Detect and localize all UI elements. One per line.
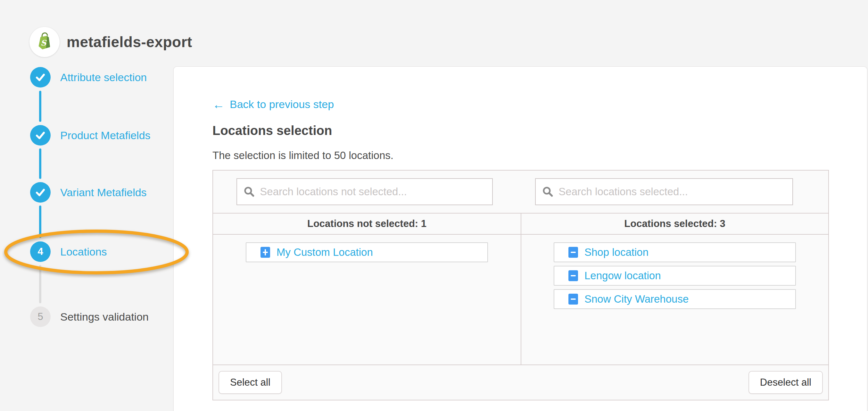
check-icon bbox=[35, 129, 46, 141]
search-selected-input[interactable] bbox=[558, 185, 786, 198]
search-not-selected-box[interactable] bbox=[237, 178, 493, 205]
step-label: Attribute selection bbox=[60, 71, 147, 84]
step-label: Product Metafields bbox=[60, 129, 151, 142]
plus-icon[interactable] bbox=[260, 247, 270, 258]
location-label: Shop location bbox=[584, 246, 649, 258]
shopify-bag-icon: S bbox=[34, 31, 55, 53]
app-screen: S metafields-export Attribute selection … bbox=[0, 0, 868, 411]
shopify-logo: S bbox=[29, 27, 60, 57]
step-2-circle[interactable] bbox=[30, 125, 51, 146]
step-connector-1-2 bbox=[39, 91, 41, 122]
search-row bbox=[213, 171, 828, 213]
back-arrow-icon: ← bbox=[212, 99, 225, 110]
search-icon bbox=[244, 186, 255, 198]
step-connector-3-4 bbox=[39, 206, 41, 238]
not-selected-list: My Custom Location bbox=[213, 235, 521, 364]
step-label: Variant Metafields bbox=[60, 186, 147, 199]
location-label: My Custom Location bbox=[277, 246, 373, 258]
minus-icon[interactable] bbox=[568, 294, 578, 304]
back-link[interactable]: ← Back to previous step bbox=[212, 98, 334, 111]
step-3-circle[interactable] bbox=[30, 182, 51, 203]
step-connector-4-5 bbox=[39, 265, 41, 303]
step-4-circle[interactable]: 4 bbox=[30, 241, 51, 262]
not-selected-header: Locations not selected: 1 bbox=[213, 213, 521, 234]
step-number: 4 bbox=[37, 246, 43, 258]
page-title: metafields-export bbox=[67, 33, 192, 51]
step-settings-validation[interactable]: 5 Settings validation bbox=[30, 306, 149, 327]
content-card: ← Back to previous step Locations select… bbox=[173, 66, 867, 411]
location-item-snow-city-warehouse[interactable]: Snow City Warehouse bbox=[554, 289, 796, 309]
panel-footer: Select all Deselect all bbox=[213, 364, 828, 400]
step-5-circle[interactable]: 5 bbox=[30, 306, 51, 327]
step-product-metafields[interactable]: Product Metafields bbox=[30, 125, 151, 146]
section-title: Locations selection bbox=[212, 123, 867, 138]
step-variant-metafields[interactable]: Variant Metafields bbox=[30, 182, 147, 203]
locations-panel: Locations not selected: 1 Locations sele… bbox=[212, 170, 829, 401]
step-1-circle[interactable] bbox=[30, 67, 51, 88]
location-label: Snow City Warehouse bbox=[584, 293, 688, 305]
columns-body-row: My Custom Location Shop location Lengow … bbox=[213, 235, 828, 364]
svg-text:S: S bbox=[41, 38, 47, 48]
search-selected-box[interactable] bbox=[535, 178, 793, 205]
step-locations[interactable]: 4 Locations bbox=[30, 241, 107, 262]
search-not-selected-input[interactable] bbox=[259, 185, 486, 198]
minus-icon[interactable] bbox=[568, 270, 578, 281]
deselect-all-button[interactable]: Deselect all bbox=[748, 371, 823, 394]
search-icon bbox=[542, 186, 553, 198]
selection-limit-note: The selection is limited to 50 locations… bbox=[212, 149, 867, 162]
select-all-button[interactable]: Select all bbox=[219, 371, 282, 394]
step-number: 5 bbox=[37, 311, 43, 323]
step-connector-2-3 bbox=[39, 148, 41, 179]
location-item-my-custom-location[interactable]: My Custom Location bbox=[246, 242, 488, 262]
location-item-shop-location[interactable]: Shop location bbox=[554, 242, 796, 262]
back-link-label: Back to previous step bbox=[230, 98, 334, 111]
selected-list: Shop location Lengow location Snow City … bbox=[521, 235, 828, 364]
location-label: Lengow location bbox=[584, 270, 661, 282]
step-label: Settings validation bbox=[60, 311, 149, 323]
step-attribute-selection[interactable]: Attribute selection bbox=[30, 67, 147, 88]
columns-header-row: Locations not selected: 1 Locations sele… bbox=[213, 213, 828, 235]
location-item-lengow-location[interactable]: Lengow location bbox=[554, 266, 796, 286]
check-icon bbox=[35, 186, 46, 198]
step-label: Locations bbox=[60, 245, 107, 258]
selected-header: Locations selected: 3 bbox=[521, 213, 828, 234]
minus-icon[interactable] bbox=[568, 247, 578, 258]
check-icon bbox=[35, 71, 46, 83]
